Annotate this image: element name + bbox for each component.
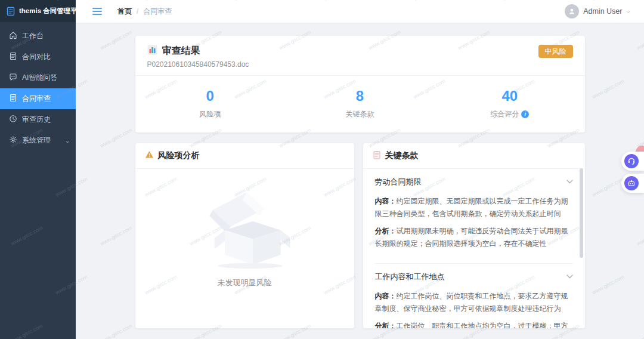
scrollbar-thumb[interactable]: [580, 168, 583, 258]
chevron-down-icon: ⌄: [64, 138, 70, 144]
clause-item-work-content: 工作内容和工作地点 内容：约定工作岗位、岗位职责和工作地点，要求乙方遵守规章制度…: [375, 264, 573, 328]
sidebar-item-workbench[interactable]: 工作台: [0, 26, 76, 47]
logo-document-icon: [6, 7, 16, 16]
scrollbar-track: [580, 168, 583, 326]
stat-key-clauses: 8 关键条款: [285, 88, 435, 119]
robot-icon: [624, 176, 639, 190]
app-root: themis 合同管理平台 工作台 合同对比 AI智能问答 合同审查 审查历史: [0, 0, 644, 339]
risk-analysis-panel: 风险项分析: [135, 143, 354, 328]
clause-content: 内容：约定工作岗位、岗位职责和工作地点，要求乙方遵守规章制度、保守商业秘密，甲方…: [375, 290, 573, 328]
stat-overall-score: 40 综合评分 i: [435, 88, 584, 119]
clock-icon: [9, 115, 17, 125]
gear-icon: [9, 135, 17, 146]
analysis-label: 分析：: [375, 227, 397, 235]
home-icon: [9, 31, 17, 41]
stat-label: 关键条款: [345, 109, 374, 119]
document-icon: [9, 52, 17, 62]
content-label: 内容：: [375, 197, 397, 205]
warning-triangle-icon: [145, 150, 154, 161]
avatar: [565, 4, 579, 19]
main-content: 审查结果 P020210610345840579453.doc 中风险 0 风险…: [76, 23, 644, 339]
hamburger-menu-icon[interactable]: [92, 8, 102, 15]
document-check-icon: [9, 94, 17, 104]
breadcrumb-separator: /: [137, 7, 138, 16]
sidebar-item-label: 合同对比: [22, 52, 70, 62]
content-label: 内容：: [375, 292, 397, 300]
customer-service-button[interactable]: [621, 152, 644, 171]
breadcrumb-home[interactable]: 首页: [117, 7, 132, 17]
analysis-label: 分析：: [375, 322, 397, 328]
stat-label: 综合评分: [490, 109, 519, 119]
chevron-down-icon: ⌄: [626, 9, 631, 14]
result-card-title: 审查结果: [162, 45, 200, 57]
sidebar-item-label: 工作台: [22, 31, 70, 41]
clause-content-text: 约定工作岗位、岗位职责和工作地点，要求乙方遵守规章制度、保守商业秘密，甲方可依据…: [375, 292, 568, 313]
clause-header[interactable]: 工作内容和工作地点: [375, 264, 573, 290]
sidebar-item-ai-qa[interactable]: AI智能问答: [0, 67, 76, 88]
breadcrumb: 首页 / 合同审查: [117, 7, 172, 17]
user-menu[interactable]: Admin User ⌄: [565, 4, 631, 19]
chat-icon: [9, 73, 17, 83]
clause-content-text: 约定固定期限、无固定期限或以完成一定工作任务为期限三种合同类型，包含试用期条款，…: [375, 197, 568, 218]
stat-value: 0: [135, 88, 285, 105]
topbar: 首页 / 合同审查 Admin User ⌄: [76, 0, 644, 23]
app-title: themis 合同管理平台: [19, 7, 84, 16]
review-result-card: 审查结果 P020210610345840579453.doc 中风险 0 风险…: [135, 36, 585, 132]
stat-value: 8: [285, 88, 435, 105]
risk-panel-title: 风险项分析: [158, 150, 200, 161]
floating-widgets: [621, 146, 644, 196]
empty-state-text: 未发现明显风险: [218, 278, 272, 288]
user-name: Admin User: [583, 7, 622, 16]
clause-item-contract-term: 劳动合同期限 内容：约定固定期限、无固定期限或以完成一定工作任务为期限三种合同类…: [375, 169, 573, 264]
empty-state: 未发现明显风险: [147, 169, 342, 288]
sidebar: themis 合同管理平台 工作台 合同对比 AI智能问答 合同审查 审查历史: [0, 0, 76, 339]
headset-icon: [624, 154, 639, 168]
clauses-list: 劳动合同期限 内容：约定固定期限、无固定期限或以完成一定工作任务为期限三种合同类…: [363, 169, 585, 328]
bar-chart-icon: [147, 45, 157, 57]
document-name: P020210610345840579453.doc: [147, 60, 249, 69]
sidebar-item-contract-review[interactable]: 合同审查: [0, 88, 76, 109]
stat-value: 40: [435, 88, 584, 105]
sidebar-item-label: 审查历史: [22, 115, 70, 125]
sidebar-item-review-history[interactable]: 审查历史: [0, 109, 76, 130]
clause-analysis-text: 试用期期限未明确，可能违反劳动合同法关于试用期最长期限的规定；合同期限选择项为空…: [375, 227, 568, 248]
empty-box-illustration: [197, 186, 292, 272]
clause-analysis-text: 工作岗位、职责和工作地点均为空白，过于模糊；甲方规章制度未明确，可能被滥用；工作…: [375, 322, 568, 328]
stat-risk-items: 0 风险项: [135, 88, 285, 119]
sidebar-menu: 工作台 合同对比 AI智能问答 合同审查 审查历史 系统管理 ⌄: [0, 22, 76, 151]
sidebar-item-contract-compare[interactable]: 合同对比: [0, 47, 76, 67]
sidebar-item-label: 合同审查: [22, 94, 70, 104]
clauses-panel-title: 关键条款: [385, 150, 419, 161]
stat-label: 风险项: [199, 109, 221, 119]
app-logo: themis 合同管理平台: [0, 0, 76, 22]
clause-title: 工作内容和工作地点: [375, 272, 445, 282]
key-clauses-panel: 关键条款 劳动合同期限 内容：约定固定期限、无固定期限或以完成一定工作任务为期限…: [363, 143, 585, 328]
sidebar-item-label: AI智能问答: [22, 73, 70, 83]
info-icon[interactable]: i: [521, 110, 529, 118]
chevron-down-icon: [566, 275, 573, 279]
clause-header[interactable]: 劳动合同期限: [375, 169, 573, 195]
clipboard-icon: [373, 150, 381, 161]
clause-title: 劳动合同期限: [375, 177, 422, 187]
chevron-down-icon: [566, 180, 573, 184]
stats-row: 0 风险项 8 关键条款 40 综合评分 i: [135, 76, 585, 132]
sidebar-item-system-settings[interactable]: 系统管理 ⌄: [0, 130, 76, 151]
clause-content: 内容：约定固定期限、无固定期限或以完成一定工作任务为期限三种合同类型，包含试用期…: [375, 195, 573, 263]
ai-assistant-button[interactable]: [621, 174, 644, 193]
risk-level-badge: 中风险: [538, 45, 573, 58]
breadcrumb-current: 合同审查: [143, 7, 172, 17]
sidebar-item-label: 系统管理: [22, 135, 60, 146]
